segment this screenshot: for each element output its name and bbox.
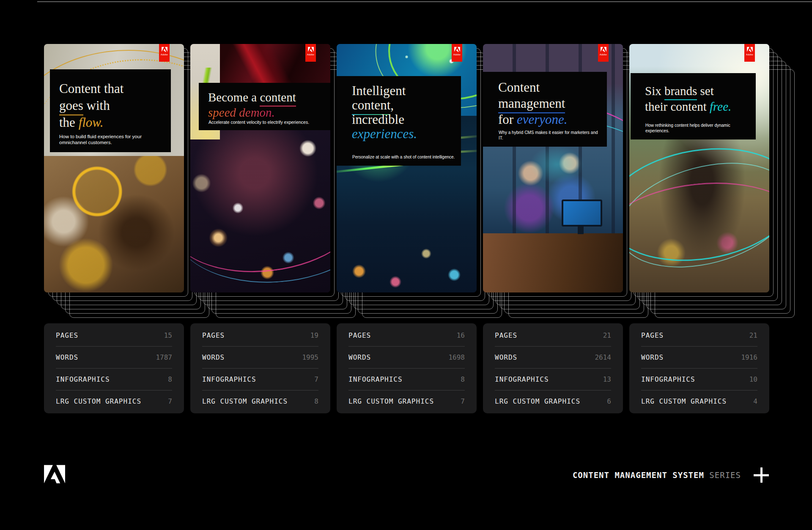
adobe-a-icon xyxy=(308,47,314,52)
stat-row: WORDS1916 xyxy=(641,346,757,368)
stat-row: INFOGRAPHICS7 xyxy=(202,368,318,390)
cover-subtitle: Personalize at scale with a shot of cont… xyxy=(352,154,456,160)
ebook-card-4: Adobe Content management for everyone. W… xyxy=(483,44,623,292)
series-title: CONTENT MANAGEMENT SYSTEM SERIES xyxy=(573,470,741,480)
plus-icon[interactable] xyxy=(754,467,769,483)
stat-row: INFOGRAPHICS8 xyxy=(348,368,465,390)
stat-row: PAGES15 xyxy=(56,324,172,346)
stat-row: LRG CUSTOM GRAPHICS4 xyxy=(641,390,757,412)
stat-row: INFOGRAPHICS13 xyxy=(495,368,611,390)
top-divider xyxy=(37,1,812,2)
adobe-logo xyxy=(44,465,65,484)
ebook-card-5: Adobe Six brands set their content free.… xyxy=(629,44,769,292)
cover-title: Intelligent content, incredible experien… xyxy=(352,84,455,141)
ebook-cover-1[interactable]: Adobe Content that goes with the flow. H… xyxy=(44,44,184,292)
stat-row: WORDS1698 xyxy=(348,346,465,368)
stats-panel-4: PAGES21 WORDS2614 INFOGRAPHICS13 LRG CUS… xyxy=(483,323,623,413)
cover-title-box: Content that goes with the flow. How to … xyxy=(50,69,171,152)
adobe-wordmark: Adobe xyxy=(600,53,607,56)
adobe-a-icon xyxy=(747,47,753,52)
stat-row: LRG CUSTOM GRAPHICS8 xyxy=(202,390,318,412)
stat-row: WORDS1787 xyxy=(56,346,172,368)
stat-row: LRG CUSTOM GRAPHICS7 xyxy=(348,390,465,412)
stat-row: PAGES19 xyxy=(202,324,318,346)
cover-subtitle: How rethinking content helps deliver dyn… xyxy=(645,123,752,134)
ebook-cover-3[interactable]: Adobe Intelligent content, incredible ex… xyxy=(337,44,477,292)
adobe-wordmark: Adobe xyxy=(746,53,753,56)
adobe-wordmark: Adobe xyxy=(453,53,461,56)
adobe-logo-tab: Adobe xyxy=(159,44,170,62)
adobe-a-icon xyxy=(454,47,460,52)
stats-panel-2: PAGES19 WORDS1995 INFOGRAPHICS7 LRG CUST… xyxy=(190,323,330,413)
cover-art-2 xyxy=(190,44,330,292)
adobe-a-icon xyxy=(601,47,606,52)
stat-row: WORDS1995 xyxy=(202,346,318,368)
adobe-wordmark: Adobe xyxy=(161,53,168,56)
stats-panel-5: PAGES21 WORDS1916 INFOGRAPHICS10 LRG CUS… xyxy=(629,323,769,413)
stat-row: INFOGRAPHICS8 xyxy=(56,368,172,390)
cover-title-box: Content management for everyone. Why a h… xyxy=(483,72,607,147)
stat-row: LRG CUSTOM GRAPHICS7 xyxy=(56,390,172,412)
adobe-logo-tab: Adobe xyxy=(452,44,462,62)
stat-row: WORDS2614 xyxy=(495,346,611,368)
ebook-cover-2[interactable]: Adobe Become a content speed demon. Acce… xyxy=(190,44,330,292)
cover-title: Content that goes with the flow. xyxy=(59,80,163,131)
series-footer: CONTENT MANAGEMENT SYSTEM SERIES xyxy=(573,467,769,483)
stat-row: PAGES21 xyxy=(641,324,757,346)
cover-title: Become a content speed demon. xyxy=(208,90,325,120)
stats-panel-3: PAGES16 WORDS1698 INFOGRAPHICS8 LRG CUST… xyxy=(337,323,477,413)
adobe-a-icon xyxy=(44,465,65,484)
adobe-logo-tab: Adobe xyxy=(305,44,316,62)
adobe-logo-tab: Adobe xyxy=(744,44,755,62)
ebook-cover-4[interactable]: Adobe Content management for everyone. W… xyxy=(483,44,623,292)
cover-title: Content management for everyone. xyxy=(498,79,602,128)
cover-subtitle: Why a hybrid CMS makes it easier for mar… xyxy=(499,130,603,141)
ebook-card-2: Adobe Become a content speed demon. Acce… xyxy=(190,44,330,292)
adobe-logo-tab: Adobe xyxy=(598,44,609,62)
series-label: SERIES xyxy=(709,470,741,480)
stat-row: LRG CUSTOM GRAPHICS6 xyxy=(495,390,611,412)
adobe-a-icon xyxy=(162,47,167,52)
stat-row: PAGES16 xyxy=(348,324,465,346)
cover-subtitle: Accelerate content velocity to electrify… xyxy=(208,120,327,125)
stat-row: PAGES21 xyxy=(495,324,611,346)
cover-title-box: Intelligent content, incredible experien… xyxy=(337,76,461,166)
cover-title-box: Six brands set their content free. How r… xyxy=(631,73,756,139)
adobe-wordmark: Adobe xyxy=(307,53,314,56)
stats-panel-1: PAGES15 WORDS1787 INFOGRAPHICS8 LRG CUST… xyxy=(44,323,184,413)
cover-title-box: Become a content speed demon. Accelerate… xyxy=(199,83,330,130)
ebook-card-1: Adobe Content that goes with the flow. H… xyxy=(44,44,184,292)
stat-row: INFOGRAPHICS10 xyxy=(641,368,757,390)
ebook-card-3: Adobe Intelligent content, incredible ex… xyxy=(337,44,477,292)
cover-subtitle: How to build fluid experiences for your … xyxy=(59,134,148,145)
ebook-cover-5[interactable]: Adobe Six brands set their content free.… xyxy=(629,44,769,292)
page: Adobe Content that goes with the flow. H… xyxy=(0,0,812,530)
cover-title: Six brands set their content free. xyxy=(645,83,752,115)
